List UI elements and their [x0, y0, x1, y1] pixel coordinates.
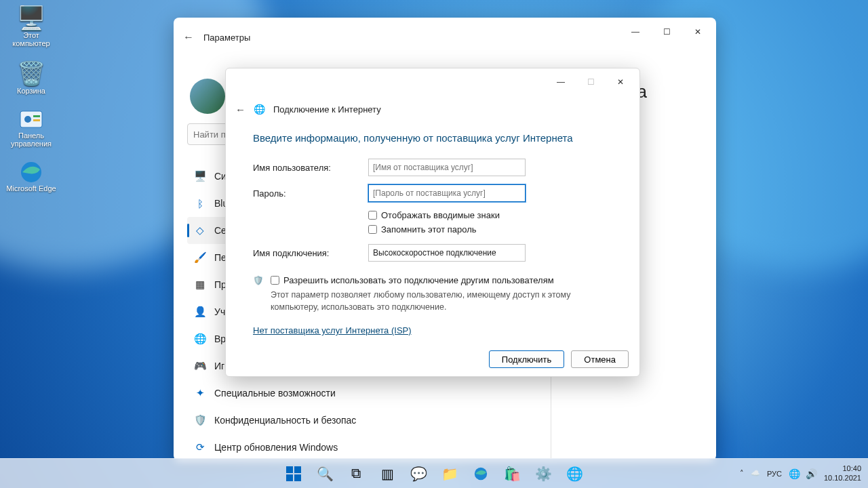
network-globe-icon: 🌐: [254, 104, 265, 115]
svg-rect-3: [33, 119, 40, 121]
store-button[interactable]: 🛍️: [498, 460, 526, 487]
dialog-header: ← 🌐 Подключение к Интернету: [226, 96, 639, 123]
no-isp-link[interactable]: Нет поставщика услуг Интернета (ISP): [253, 325, 412, 336]
dialog-maximize-button[interactable]: ☐: [576, 72, 606, 92]
uac-shield-icon: 🛡️: [253, 275, 264, 313]
gamepad-icon: 🎮: [194, 360, 206, 372]
tray-onedrive-icon[interactable]: ☁️: [751, 469, 760, 478]
connect-button[interactable]: Подключить: [489, 350, 565, 368]
desktop-icon-this-pc[interactable]: 🖥️ Этот компьютер: [4, 4, 58, 47]
sidebar-item-update[interactable]: ⟳Центр обновления Windows: [187, 434, 374, 461]
desktop-icon-recycle-bin[interactable]: 🗑️ Корзина: [4, 60, 58, 95]
allow-others-label: Разрешить использовать это подключение д…: [283, 275, 554, 285]
clock-date: 10.10.2021: [824, 474, 861, 483]
sidebar-item-label: Конфиденциальность и безопас: [214, 415, 356, 426]
system-icon: 🖥️: [194, 170, 206, 182]
language-indicator[interactable]: РУС: [767, 470, 782, 478]
update-icon: ⟳: [194, 441, 206, 453]
settings-titlebar: ← Параметры — ☐ ✕: [174, 18, 716, 57]
clock-time: 10:40: [824, 464, 861, 473]
edge-taskbar-button[interactable]: [467, 460, 494, 487]
maximize-button[interactable]: ☐: [651, 22, 682, 42]
control-panel-icon: [4, 107, 58, 131]
desktop-icon-label: Microsoft Edge: [6, 184, 56, 192]
sidebar-item-label: Специальные возможности: [214, 388, 336, 399]
desktop-icon-label: Этот компьютер: [12, 31, 50, 47]
avatar[interactable]: [190, 79, 225, 114]
volume-tray-icon[interactable]: 🔊: [806, 468, 817, 479]
desktop-icon-label: Корзина: [17, 87, 45, 95]
show-characters-checkbox[interactable]: [368, 211, 377, 220]
app-button[interactable]: 🌐: [561, 460, 588, 487]
dialog-back-icon[interactable]: ←: [235, 104, 245, 115]
bluetooth-icon: ᛒ: [194, 198, 206, 209]
minimize-button[interactable]: —: [620, 22, 651, 42]
taskbar-clock[interactable]: 10:40 10.10.2021: [824, 464, 861, 482]
cancel-button[interactable]: Отмена: [571, 350, 629, 368]
explorer-button[interactable]: 📁: [436, 460, 463, 487]
shield-icon: 🛡️: [194, 414, 206, 426]
dialog-minimize-button[interactable]: —: [546, 72, 576, 92]
username-label: Имя пользователя:: [253, 163, 368, 173]
svg-point-1: [24, 116, 31, 123]
desktop-icon-control-panel[interactable]: Панель управления: [4, 107, 58, 148]
show-characters-label: Отображать вводимые знаки: [381, 210, 500, 220]
connection-dialog: — ☐ ✕ ← 🌐 Подключение к Интернету Введит…: [225, 68, 640, 377]
wifi-icon: ◇: [194, 224, 206, 237]
window-title: Параметры: [203, 33, 250, 43]
username-input[interactable]: [368, 159, 526, 176]
close-button[interactable]: ✕: [682, 22, 713, 42]
svg-rect-2: [33, 115, 40, 117]
dialog-close-button[interactable]: ✕: [606, 72, 635, 92]
tray-chevron-icon[interactable]: ˄: [740, 469, 744, 478]
sidebar-item-accessibility[interactable]: ✦Специальные возможности: [187, 380, 374, 407]
globe-icon: 🌐: [194, 333, 206, 345]
allow-others-description: Этот параметр позволяет любому пользоват…: [271, 289, 612, 313]
sidebar-item-label: Вр: [214, 333, 226, 344]
sidebar-item-label: Уч: [214, 306, 225, 317]
desktop-icons: 🖥️ Этот компьютер 🗑️ Корзина Панель упра…: [4, 4, 65, 205]
monitor-icon: 🖥️: [4, 4, 58, 31]
desktop-icon-edge[interactable]: Microsoft Edge: [4, 160, 58, 192]
dialog-title: Подключение к Интернету: [273, 104, 381, 115]
apps-icon: ▦: [194, 279, 206, 291]
password-label: Пароль:: [253, 188, 368, 199]
connection-name-label: Имя подключения:: [253, 248, 368, 258]
edge-icon: [4, 160, 58, 184]
recycle-icon: 🗑️: [4, 60, 58, 87]
password-input[interactable]: [368, 184, 526, 202]
desktop-icon-label: Панель управления: [11, 131, 52, 148]
network-tray-icon[interactable]: 🌐: [789, 468, 800, 479]
brush-icon: 🖌️: [194, 251, 206, 264]
sidebar-item-label: Иг: [214, 361, 224, 371]
sidebar-item-privacy[interactable]: 🛡️Конфиденциальность и безопас: [187, 407, 374, 434]
person-icon: 👤: [194, 306, 206, 318]
sidebar-item-label: Центр обновления Windows: [214, 442, 338, 453]
settings-taskbar-button[interactable]: ⚙️: [530, 460, 557, 487]
task-view-button[interactable]: ⧉: [342, 460, 370, 487]
search-button[interactable]: 🔍: [311, 460, 338, 487]
start-button[interactable]: [280, 460, 307, 487]
accessibility-icon: ✦: [194, 387, 206, 399]
connection-name-input[interactable]: [368, 244, 526, 262]
allow-others-checkbox[interactable]: [271, 276, 279, 285]
back-arrow-icon[interactable]: ←: [183, 31, 203, 43]
remember-password-label: Запомнить этот пароль: [381, 224, 477, 235]
taskbar: 🔍 ⧉ ▥ 💬 📁 🛍️ ⚙️ 🌐 ˄ ☁️ РУС 🌐 🔊 10:40 10.…: [0, 458, 868, 488]
chat-button[interactable]: 💬: [405, 460, 432, 487]
widgets-button[interactable]: ▥: [374, 460, 401, 487]
remember-password-checkbox[interactable]: [368, 225, 377, 234]
dialog-heading: Введите информацию, полученную от постав…: [253, 132, 612, 144]
